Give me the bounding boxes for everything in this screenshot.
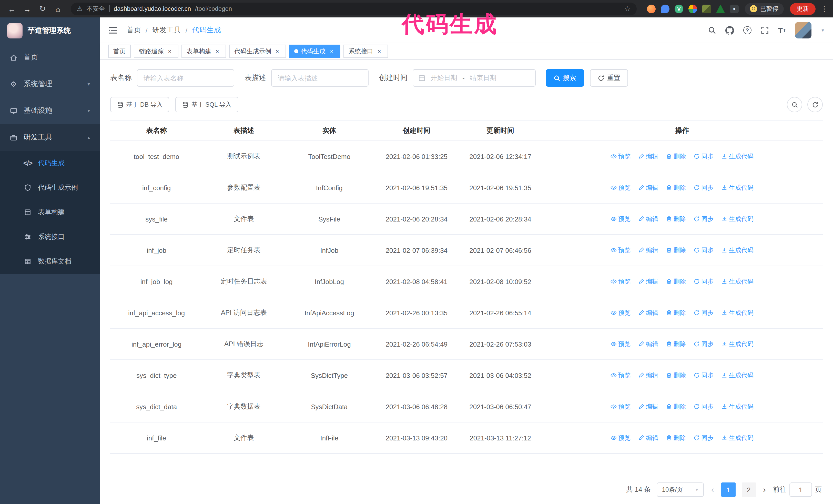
- generate-code-link[interactable]: 生成代码: [721, 371, 754, 380]
- forward-button[interactable]: →: [21, 2, 34, 16]
- edit-link[interactable]: 编辑: [638, 433, 658, 442]
- generate-code-link[interactable]: 生成代码: [721, 402, 754, 411]
- edit-link[interactable]: 编辑: [638, 308, 658, 317]
- extension-icon[interactable]: [702, 4, 711, 13]
- delete-link[interactable]: 删除: [666, 308, 686, 317]
- extension-icon[interactable]: [716, 4, 725, 13]
- delete-link[interactable]: 删除: [666, 183, 686, 192]
- edit-link[interactable]: 编辑: [638, 371, 658, 380]
- table-desc-input[interactable]: [271, 69, 368, 87]
- chevron-down-icon[interactable]: ▼: [821, 28, 825, 32]
- delete-link[interactable]: 删除: [666, 152, 686, 161]
- home-button[interactable]: ⌂: [51, 2, 65, 16]
- next-page-button[interactable]: ›: [762, 485, 767, 494]
- close-icon[interactable]: ×: [328, 48, 335, 55]
- sync-link[interactable]: 同步: [694, 277, 714, 286]
- delete-link[interactable]: 删除: [666, 433, 686, 442]
- generate-code-link[interactable]: 生成代码: [721, 277, 754, 286]
- sync-link[interactable]: 同步: [694, 340, 714, 349]
- preview-link[interactable]: 预览: [611, 152, 630, 161]
- reset-button[interactable]: 重置: [590, 69, 628, 87]
- toggle-search-button[interactable]: [787, 97, 802, 112]
- breadcrumb-item-home[interactable]: 首页: [127, 26, 141, 35]
- back-button[interactable]: ←: [5, 2, 19, 16]
- preview-link[interactable]: 预览: [611, 183, 630, 192]
- generate-code-link[interactable]: 生成代码: [721, 308, 754, 317]
- sidebar-item-codegen[interactable]: </> 代码生成: [0, 151, 100, 175]
- sidebar-item-db-doc[interactable]: 数据库文档: [0, 249, 100, 274]
- sync-link[interactable]: 同步: [694, 402, 714, 411]
- generate-code-link[interactable]: 生成代码: [721, 433, 754, 442]
- close-icon[interactable]: ×: [274, 48, 281, 55]
- sync-link[interactable]: 同步: [694, 433, 714, 442]
- search-icon[interactable]: [708, 26, 716, 34]
- preview-link[interactable]: 预览: [611, 433, 630, 442]
- goto-page-input[interactable]: [789, 482, 812, 497]
- help-icon[interactable]: ?: [743, 26, 752, 34]
- vue-devtools-extension-icon[interactable]: V: [674, 4, 683, 13]
- extension-icon[interactable]: [688, 4, 697, 13]
- close-icon[interactable]: ×: [166, 48, 173, 55]
- generate-code-link[interactable]: 生成代码: [721, 246, 754, 255]
- delete-link[interactable]: 删除: [666, 277, 686, 286]
- preview-link[interactable]: 预览: [611, 277, 630, 286]
- fullscreen-icon[interactable]: [761, 26, 769, 34]
- date-range-picker[interactable]: 开始日期 - 结束日期: [413, 69, 536, 87]
- refresh-table-button[interactable]: [807, 97, 823, 112]
- sync-link[interactable]: 同步: [694, 246, 714, 255]
- delete-link[interactable]: 删除: [666, 215, 686, 223]
- github-icon[interactable]: [725, 26, 734, 34]
- tab-codegen-example[interactable]: 代码生成示例 ×: [229, 45, 286, 58]
- sidebar-item-form-builder[interactable]: 表单构建: [0, 200, 100, 224]
- generate-code-link[interactable]: 生成代码: [721, 183, 754, 192]
- edit-link[interactable]: 编辑: [638, 340, 658, 349]
- delete-link[interactable]: 删除: [666, 402, 686, 411]
- edit-link[interactable]: 编辑: [638, 402, 658, 411]
- delete-link[interactable]: 删除: [666, 371, 686, 380]
- preview-link[interactable]: 预览: [611, 308, 630, 317]
- tab-form-builder[interactable]: 表单构建 ×: [182, 45, 226, 58]
- table-name-input[interactable]: [137, 69, 234, 87]
- breadcrumb-item-dev-tools[interactable]: 研发工具: [152, 26, 181, 35]
- edit-link[interactable]: 编辑: [638, 152, 658, 161]
- avatar[interactable]: [795, 22, 811, 39]
- search-button[interactable]: 搜索: [546, 69, 584, 87]
- sidebar-toggle-button[interactable]: [108, 26, 117, 34]
- edit-link[interactable]: 编辑: [638, 215, 658, 223]
- edit-link[interactable]: 编辑: [638, 277, 658, 286]
- sidebar-item-dev-tools[interactable]: 研发工具 ▲: [0, 124, 100, 151]
- sync-link[interactable]: 同步: [694, 152, 714, 161]
- generate-code-link[interactable]: 生成代码: [721, 215, 754, 223]
- sync-link[interactable]: 同步: [694, 183, 714, 192]
- sidebar-item-infrastructure[interactable]: 基础设施 ▼: [0, 97, 100, 124]
- extension-icon[interactable]: [647, 4, 656, 13]
- preview-link[interactable]: 预览: [611, 371, 630, 380]
- preview-link[interactable]: 预览: [611, 215, 630, 223]
- preview-link[interactable]: 预览: [611, 402, 630, 411]
- edit-link[interactable]: 编辑: [638, 183, 658, 192]
- import-db-button[interactable]: 基于 DB 导入: [110, 97, 169, 112]
- generate-code-link[interactable]: 生成代码: [721, 340, 754, 349]
- paused-badge[interactable]: 已暂停: [745, 3, 784, 15]
- page-button-2[interactable]: 2: [741, 482, 756, 497]
- extension-icon[interactable]: [661, 4, 669, 13]
- tab-codegen[interactable]: 代码生成 ×: [289, 45, 340, 58]
- reload-button[interactable]: ↻: [36, 2, 49, 16]
- font-size-icon[interactable]: TT: [778, 26, 786, 34]
- import-sql-button[interactable]: 基于 SQL 导入: [175, 97, 238, 112]
- sync-link[interactable]: 同步: [694, 215, 714, 223]
- prev-page-button[interactable]: ‹: [710, 485, 715, 494]
- sidebar-item-codegen-example[interactable]: 代码生成示例: [0, 175, 100, 200]
- tab-trace[interactable]: 链路追踪 ×: [134, 45, 178, 58]
- sidebar-item-home[interactable]: 首页: [0, 44, 100, 71]
- preview-link[interactable]: 预览: [611, 340, 630, 349]
- tab-home[interactable]: 首页: [108, 45, 131, 58]
- preview-link[interactable]: 预览: [611, 246, 630, 255]
- extension-icon[interactable]: ●: [730, 4, 739, 13]
- bookmark-star-icon[interactable]: ☆: [624, 5, 630, 13]
- generate-code-link[interactable]: 生成代码: [721, 152, 754, 161]
- close-icon[interactable]: ×: [376, 48, 383, 55]
- security-label[interactable]: 不安全: [87, 4, 105, 13]
- update-button[interactable]: 更新: [790, 3, 815, 15]
- delete-link[interactable]: 删除: [666, 246, 686, 255]
